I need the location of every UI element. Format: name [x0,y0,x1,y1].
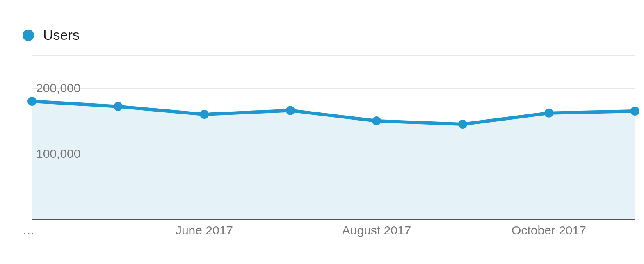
gridline [32,187,635,187]
x-axis-tick-label: August 2017 [342,223,411,237]
chart-legend: Users [23,27,80,43]
chart-area-fill [32,101,635,219]
legend-dot-icon [23,30,34,41]
chart-data-point[interactable] [200,110,209,119]
chart-data-point[interactable] [544,109,553,118]
x-axis-tick-label: October 2017 [512,223,586,237]
chart-svg [32,55,635,219]
chart-data-point[interactable] [286,106,295,115]
y-axis-tick-label: 200,000 [36,81,80,95]
gridline [32,55,635,56]
legend-label: Users [43,27,80,43]
x-axis-tick-label: … [23,223,35,237]
gridline [32,154,635,154]
gridline [32,88,635,89]
x-axis-tick-label: June 2017 [176,223,233,237]
chart-plot-area [32,55,635,220]
chart-data-point[interactable] [630,107,639,116]
chart-data-point[interactable] [27,97,37,106]
gridline [32,121,635,121]
y-axis-tick-label: 100,000 [36,147,80,161]
chart-container: Users 200,000100,000 …June 2017August 20… [0,0,644,264]
chart-data-point[interactable] [114,102,123,111]
